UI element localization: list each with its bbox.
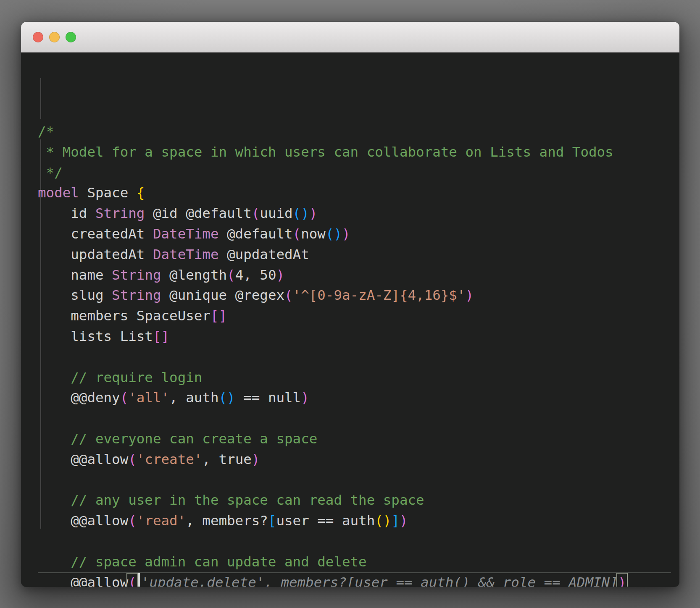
- code-token: '^[0-9a-zA-Z]{4,16}$': [293, 287, 466, 303]
- code-token: model: [38, 185, 79, 201]
- code-token: String: [112, 287, 161, 303]
- code-token: // require login: [38, 370, 202, 385]
- code-token: ): [400, 513, 408, 529]
- code-token: Space: [79, 185, 137, 201]
- code-content: /* * Model for a space in which users ca…: [38, 121, 671, 587]
- code-token: updatedAt: [38, 246, 153, 262]
- code-token: (: [252, 205, 260, 221]
- code-token: * Model for a space in which users can c…: [38, 144, 613, 160]
- code-token: (: [120, 390, 129, 406]
- code-token: members SpaceUser: [38, 308, 211, 324]
- code-token: 'update,delete', members?[user == auth()…: [141, 574, 618, 587]
- code-token: (: [293, 226, 301, 242]
- code-token: @default: [218, 226, 292, 242]
- code-line: id String @id @default(uuid()): [38, 203, 671, 224]
- code-token: DateTime: [153, 226, 219, 242]
- code-line: model Space {: [38, 183, 671, 203]
- app-window: /* * Model for a space in which users ca…: [21, 22, 679, 587]
- code-token: DateTime: [153, 246, 219, 262]
- code-line: /*: [38, 121, 671, 142]
- code-token: (): [219, 390, 235, 406]
- code-line: lists List[]: [38, 326, 671, 347]
- code-token: @@allow: [71, 574, 128, 587]
- code-line: [38, 408, 671, 429]
- code-token: ): [618, 574, 626, 587]
- close-button[interactable]: [33, 32, 43, 42]
- code-token: // any user in the space can read the sp…: [38, 492, 424, 508]
- code-token: 'create': [137, 451, 203, 467]
- code-token: 4, 50: [235, 267, 276, 283]
- code-token: /*: [38, 123, 54, 139]
- code-token: , true: [202, 451, 251, 467]
- code-token: ): [342, 226, 350, 242]
- error-squiggle-region: @@allow('update,delete', members?[user =…: [71, 572, 626, 587]
- code-token: name: [38, 267, 112, 283]
- code-token: ]: [391, 513, 400, 529]
- code-line: @@allow('create', true): [38, 449, 671, 470]
- code-token: @updatedAt: [218, 246, 309, 262]
- code-line: slug String @unique @regex('^[0-9a-zA-Z]…: [38, 285, 671, 306]
- code-token: ): [466, 287, 474, 303]
- code-token: (: [284, 287, 293, 303]
- code-token: 'read': [137, 513, 186, 529]
- code-token: lists List: [38, 328, 153, 344]
- code-line: name String @length(4, 50): [38, 265, 671, 286]
- code-line: // require login: [38, 367, 671, 388]
- code-token: []: [153, 328, 169, 344]
- minimize-button[interactable]: [49, 32, 60, 42]
- code-token: ): [252, 451, 260, 467]
- code-line: // space admin can update and delete: [38, 552, 671, 572]
- indent-guide: [40, 78, 41, 119]
- code-line: [38, 470, 671, 490]
- code-line: // everyone can create a space: [38, 429, 671, 449]
- code-token: user == auth: [276, 513, 375, 529]
- code-token: slug: [38, 287, 112, 303]
- code-line: [38, 347, 671, 367]
- code-line: @@allow('update,delete', members?[user =…: [38, 572, 671, 587]
- code-token: */: [38, 165, 63, 181]
- code-token: == null: [235, 390, 301, 406]
- code-token: (): [375, 513, 391, 529]
- code-token: now: [301, 226, 326, 242]
- code-token: [: [268, 513, 276, 529]
- code-token: @@allow: [38, 513, 128, 529]
- code-token: // space admin can update and delete: [38, 554, 367, 570]
- code-token: String: [112, 267, 161, 283]
- code-token: []: [211, 308, 227, 324]
- code-line: updatedAt DateTime @updatedAt: [38, 244, 671, 265]
- code-token: , members?: [186, 513, 268, 529]
- code-line: [38, 531, 671, 552]
- code-token: (): [326, 226, 342, 242]
- code-editor[interactable]: /* * Model for a space in which users ca…: [21, 52, 679, 587]
- code-token: uuid: [260, 205, 292, 221]
- text-cursor: [138, 573, 140, 587]
- code-token: (: [128, 513, 137, 529]
- window-titlebar[interactable]: [21, 22, 679, 52]
- code-token: {: [137, 185, 145, 201]
- code-token: 'all': [128, 390, 169, 406]
- code-token: id: [38, 205, 95, 221]
- code-token: [38, 574, 71, 587]
- code-line: @@deny('all', auth() == null): [38, 388, 671, 408]
- code-line: */: [38, 162, 671, 183]
- zoom-button[interactable]: [66, 32, 76, 42]
- code-token: ): [276, 267, 284, 283]
- code-token: String: [95, 205, 145, 221]
- code-line: @@allow('read', members?[user == auth()]…: [38, 511, 671, 531]
- code-line: members SpaceUser[]: [38, 306, 671, 326]
- code-token: ): [301, 390, 309, 406]
- code-token: , auth: [169, 390, 218, 406]
- code-token: createdAt: [38, 226, 153, 242]
- code-line: createdAt DateTime @default(now()): [38, 224, 671, 244]
- code-token: (: [128, 574, 137, 587]
- code-token: ): [309, 205, 318, 221]
- code-token: @@deny: [38, 390, 120, 406]
- code-token: (: [128, 451, 137, 467]
- code-token: @length: [161, 267, 227, 283]
- code-token: (: [227, 267, 235, 283]
- code-token: @id @default: [145, 205, 251, 221]
- code-token: (): [293, 205, 309, 221]
- code-token: @unique @regex: [161, 287, 285, 303]
- code-line: * Model for a space in which users can c…: [38, 142, 671, 162]
- code-line: // any user in the space can read the sp…: [38, 490, 671, 511]
